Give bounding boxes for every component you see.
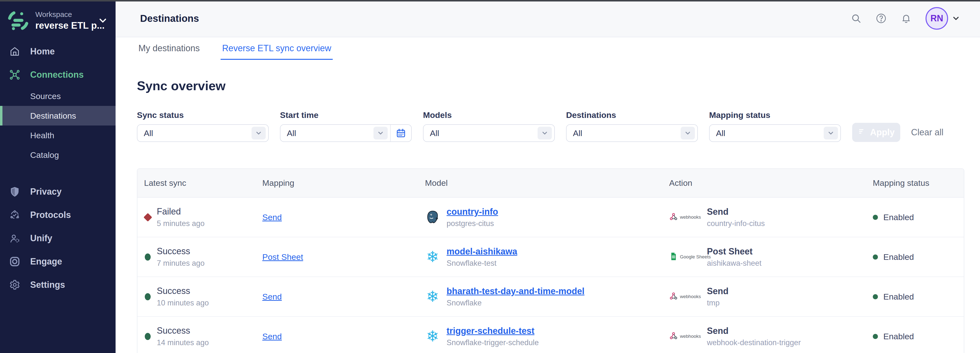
- chevron-down-icon: [824, 127, 838, 139]
- table-row: Success 10 minutes ago Send ❄ bharath-te…: [137, 277, 964, 317]
- filter-select[interactable]: All: [137, 124, 269, 142]
- column-header-latest-sync: Latest sync: [137, 178, 262, 188]
- mapping-link[interactable]: Send: [262, 332, 282, 341]
- action-destination: country-info-citus: [707, 219, 765, 228]
- model-cell: ❄ trigger-schedule-test Snowflake-trigge…: [425, 326, 669, 347]
- mapping-cell: Send: [262, 292, 425, 302]
- sidebar-item-sources[interactable]: Sources: [0, 86, 116, 106]
- filter-selected-value: All: [137, 128, 251, 138]
- sync-time: 5 minutes ago: [157, 219, 205, 228]
- success-status-icon: [145, 293, 151, 300]
- column-header-mapping: Mapping: [262, 178, 425, 188]
- calendar-icon[interactable]: [390, 125, 411, 141]
- failed-status-icon: [143, 213, 152, 222]
- sync-time: 14 minutes ago: [157, 338, 209, 347]
- action-cell: webhooks Send tmp: [669, 286, 873, 307]
- sidebar-item-unify[interactable]: Unify: [0, 226, 116, 250]
- mapping-status-label: Enabled: [883, 332, 914, 341]
- main-area: Destinations RN My destinationsReverse E…: [116, 0, 980, 353]
- mapping-status-cell: Enabled: [873, 332, 964, 341]
- apply-button[interactable]: Apply: [852, 123, 900, 142]
- column-header-mapping-status: Mapping status: [873, 178, 964, 188]
- model-source: Snowflake-trigger-schedule: [447, 338, 539, 347]
- model-cell: ❄ model-aishikawa Snowflake-test: [425, 246, 669, 268]
- nav-section-gap: [0, 165, 116, 180]
- success-status-icon: [145, 253, 151, 261]
- sidebar-item-catalog[interactable]: Catalog: [0, 145, 116, 165]
- sidebar-item-home[interactable]: Home: [0, 40, 116, 63]
- model-cell: country-info postgres-citus: [425, 207, 669, 228]
- mapping-status-cell: Enabled: [873, 252, 964, 262]
- workspace-switcher[interactable]: Workspace reverse ETL p...: [0, 0, 116, 34]
- filter-label: Models: [423, 110, 555, 120]
- model-link[interactable]: model-aishikawa: [447, 246, 517, 256]
- filter-select[interactable]: All: [709, 124, 841, 142]
- mapping-link[interactable]: Send: [262, 292, 282, 301]
- mapping-status-label: Enabled: [883, 252, 914, 262]
- sidebar-item-settings[interactable]: Settings: [0, 273, 116, 296]
- table-header-row: Latest syncMappingModelActionMapping sta…: [137, 169, 964, 198]
- filters-bar: Sync status All Start time All Models Al…: [137, 110, 980, 142]
- sync-time: 7 minutes ago: [157, 259, 205, 268]
- settings-icon: [9, 279, 21, 290]
- sidebar-item-protocols[interactable]: Protocols: [0, 203, 116, 226]
- tabs: My destinationsReverse ETL sync overview: [137, 39, 980, 60]
- filter-selected-value: All: [423, 128, 538, 138]
- filter-group-sync-status: Sync status All: [137, 110, 269, 142]
- snowflake-icon: ❄: [425, 329, 440, 344]
- action-title: Send: [707, 326, 801, 336]
- page-title: Sync overview: [137, 78, 980, 93]
- filter-label: Mapping status: [709, 110, 841, 120]
- success-status-icon: [145, 333, 151, 340]
- enabled-dot: [873, 255, 878, 260]
- action-cell: webhooks Send webhook-destination-trigge…: [669, 326, 873, 347]
- mapping-link[interactable]: Send: [262, 212, 282, 222]
- filter-select[interactable]: All: [280, 124, 412, 142]
- sidebar-item-engage[interactable]: Engage: [0, 250, 116, 273]
- action-destination: webhook-destination-trigger: [707, 338, 801, 347]
- mapping-link[interactable]: Post Sheet: [262, 252, 303, 261]
- tab-my-destinations[interactable]: My destinations: [137, 39, 201, 60]
- column-header-model: Model: [425, 178, 669, 188]
- bell-icon[interactable]: [900, 13, 912, 24]
- model-link[interactable]: trigger-schedule-test: [447, 326, 539, 336]
- destination-logo-label: Google Sheets: [680, 254, 711, 260]
- model-source: Snowflake-test: [447, 259, 517, 268]
- filter-select[interactable]: All: [566, 124, 698, 142]
- action-destination: tmp: [707, 299, 729, 307]
- account-menu[interactable]: RN: [926, 7, 960, 30]
- home-icon: [9, 46, 21, 57]
- filter-select[interactable]: All: [423, 124, 555, 142]
- sidebar-item-connections[interactable]: Connections: [0, 63, 116, 86]
- action-title: Send: [707, 286, 729, 296]
- tab-reverse-etl-sync-overview[interactable]: Reverse ETL sync overview: [221, 39, 333, 60]
- sidebar-item-destinations[interactable]: Destinations: [0, 106, 116, 125]
- mapping-status-label: Enabled: [883, 212, 914, 222]
- help-icon[interactable]: [875, 13, 887, 24]
- workspace-eyebrow: Workspace: [35, 10, 95, 19]
- avatar[interactable]: RN: [926, 7, 948, 30]
- destination-logo-label: webhooks: [680, 214, 701, 220]
- sync-overview-table: Latest syncMappingModelActionMapping sta…: [137, 168, 964, 353]
- action-title: Post Sheet: [707, 246, 761, 256]
- filter-selected-value: All: [566, 128, 681, 138]
- gsheets-icon: [669, 252, 678, 262]
- sync-time: 10 minutes ago: [157, 299, 209, 307]
- sidebar-item-health[interactable]: Health: [0, 125, 116, 145]
- latest-sync-cell: Success 7 minutes ago: [137, 246, 262, 268]
- chevron-down-icon: [951, 14, 960, 23]
- clear-all-link[interactable]: Clear all: [911, 123, 943, 142]
- action-destination: aishikawa-sheet: [707, 259, 761, 268]
- search-icon[interactable]: [850, 13, 862, 24]
- model-link[interactable]: country-info: [447, 207, 498, 217]
- model-source: postgres-citus: [447, 219, 498, 228]
- webhooks-icon: [669, 331, 678, 341]
- webhooks-icon: [669, 212, 678, 222]
- sync-status-label: Failed: [157, 206, 205, 217]
- page-header-title: Destinations: [140, 13, 199, 24]
- filter-group-mapping-status: Mapping status All: [709, 110, 841, 142]
- model-link[interactable]: bharath-test-day-and-time-model: [447, 286, 584, 296]
- latest-sync-cell: Success 10 minutes ago: [137, 286, 262, 307]
- window-top-strip: [0, 0, 980, 2]
- sidebar-item-privacy[interactable]: Privacy: [0, 180, 116, 203]
